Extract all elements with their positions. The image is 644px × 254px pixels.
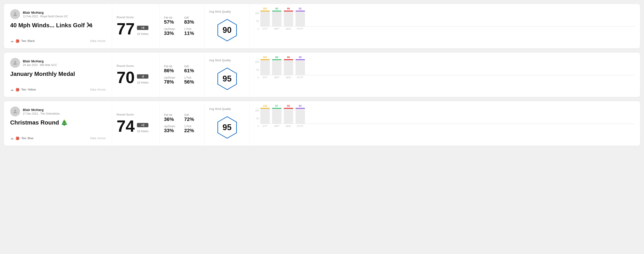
updown-label: Up/Down: [164, 125, 180, 128]
y-label-50: 50: [255, 69, 259, 71]
chart-x-label: OTT: [260, 125, 270, 127]
chart-x-labels: OTTAPPARGPUTT: [260, 125, 635, 127]
fw-hit-label: FW Hit: [164, 114, 180, 117]
tee-label: Tee: Blue: [21, 136, 34, 140]
one-putt-label: 1 Putt: [184, 27, 200, 31]
bar-accent: [284, 10, 293, 11]
big-score: 77: [116, 21, 135, 37]
stats-section: FW Hit 57% GIR 83% Up/Down 33% 1 Putt 11…: [160, 4, 204, 48]
chart-section: 100 50 0 101 86 96: [250, 52, 640, 97]
hexagon-container: 90: [209, 18, 245, 43]
bar-group: 82: [296, 7, 305, 26]
bars-row: 101 86 96 99: [260, 57, 635, 75]
tee-info: ☁ 🎒 Tee: Blue: [10, 136, 34, 140]
quality-section: Avg Shot Quality 95: [204, 52, 250, 97]
date-course: 27 Dec 2021 · The Oxfordshire: [23, 112, 60, 115]
gir-value: 61%: [184, 68, 200, 73]
fw-hit-stat: FW Hit 57%: [164, 16, 180, 25]
round-score-label: Round Score: [116, 113, 155, 116]
bar-value: 110: [263, 105, 267, 107]
one-putt-stat: 1 Putt 22%: [184, 125, 200, 133]
hexagon: 90: [215, 18, 240, 43]
user-name: Blair McHarg: [23, 10, 68, 14]
big-score: 70: [116, 69, 135, 86]
tee-info: ☁ 🎒 Tee: Yellow: [10, 87, 36, 92]
chart-inner: 100 50 0 110 87 95: [255, 106, 635, 127]
bar-bg: [296, 10, 305, 26]
golf-bag-icon: 🎒: [16, 39, 20, 43]
bar-value: 101: [263, 56, 267, 59]
round-score-label: Round Score: [116, 64, 155, 68]
bar-bg: [272, 10, 282, 26]
bar-bg: [260, 59, 270, 75]
y-label-50: 50: [255, 117, 259, 120]
golf-bag-icon: 🎒: [16, 88, 20, 91]
quality-label: Avg Shot Quality: [209, 59, 231, 62]
bar-value: 93: [299, 105, 302, 107]
holes-label: 18 Holes: [137, 81, 148, 84]
data-source: Data: Arccos: [90, 137, 106, 140]
user-row: Blair McHarg 27 Dec 2021 · The Oxfordshi…: [10, 107, 106, 117]
left-section: Blair McHarg 12 Feb 2022 · Royal North D…: [4, 4, 112, 48]
fw-hit-value: 86%: [164, 68, 180, 73]
bar-bg: [284, 10, 293, 26]
avatar: [10, 58, 20, 68]
chart-x-label: ARG: [284, 27, 293, 30]
updown-stat: Up/Down 33%: [164, 125, 180, 133]
bars-row: 107 95 98 82: [260, 8, 635, 26]
holes-label: 18 Holes: [137, 129, 148, 133]
score-meta: -2 18 Holes: [137, 74, 148, 86]
bar-group: 86: [272, 56, 282, 75]
y-label-100: 100: [255, 110, 259, 112]
big-score: 74: [116, 118, 135, 134]
chart-inner: 100 50 0 101 86 96: [255, 57, 635, 79]
bar-bg: [296, 59, 305, 75]
gir-label: GIR: [184, 114, 200, 117]
round-card: Blair McHarg 12 Feb 2022 · Royal North D…: [4, 3, 640, 49]
chart-x-labels: OTTAPPARGPUTT: [260, 27, 635, 30]
quality-section: Avg Shot Quality 95: [204, 101, 250, 146]
bar-group: 101: [260, 56, 270, 75]
bar-accent: [272, 108, 282, 109]
y-label-100: 100: [255, 12, 259, 15]
svg-point-2: [14, 61, 16, 63]
chart-x-label: OTT: [260, 27, 270, 30]
bar-value: 86: [276, 56, 278, 59]
chart-y-labels: 100 50 0: [255, 110, 260, 127]
chart-x-label: PUTT: [296, 27, 305, 30]
bar-value: 95: [287, 105, 290, 107]
quality-label: Avg Shot Quality: [209, 107, 231, 111]
cloud-icon: ☁: [10, 39, 14, 43]
gir-value: 72%: [184, 117, 200, 122]
y-label-0: 0: [255, 76, 259, 79]
score-section: Round Score 70 -2 18 Holes: [112, 52, 160, 97]
bar-accent: [284, 59, 293, 60]
avatar: [10, 107, 20, 117]
stats-section: FW Hit 36% GIR 72% Up/Down 33% 1 Putt 22…: [160, 101, 204, 146]
chart-area: 110 87 95 93: [260, 106, 635, 127]
bottom-row: ☁ 🎒 Tee: Blue Data: Arccos: [10, 136, 106, 140]
y-label-50: 50: [255, 20, 259, 22]
data-source: Data: Arccos: [90, 88, 106, 91]
tee-label: Tee: Yellow: [21, 88, 36, 91]
bar-accent: [260, 59, 270, 60]
bar-accent: [272, 59, 282, 60]
gir-stat: GIR 83%: [184, 16, 200, 25]
bar-group: 87: [272, 105, 282, 124]
golf-bag-icon: 🎒: [16, 136, 20, 140]
score-row: 74 +2 18 Holes: [116, 118, 155, 134]
data-source: Data: Arccos: [90, 39, 106, 43]
score-badge: -2: [137, 74, 148, 79]
updown-value: 78%: [164, 79, 180, 85]
chart-area: 101 86 96 99: [260, 57, 635, 79]
stats-section: FW Hit 86% GIR 61% Up/Down 78% 1 Putt 56…: [160, 52, 204, 97]
user-row: Blair McHarg 12 Feb 2022 · Royal North D…: [10, 9, 106, 19]
quality-label: Avg Shot Quality: [209, 10, 231, 13]
bar-bg: [272, 59, 282, 75]
one-putt-value: 11%: [184, 31, 200, 36]
user-info: Blair McHarg 29 Jan 2022 · Mill Ride GCC: [23, 59, 57, 67]
user-row: Blair McHarg 29 Jan 2022 · Mill Ride GCC: [10, 58, 106, 68]
chart-y-labels: 100 50 0: [255, 61, 260, 79]
bar-group: 95: [272, 7, 282, 26]
y-label-0: 0: [255, 125, 259, 127]
